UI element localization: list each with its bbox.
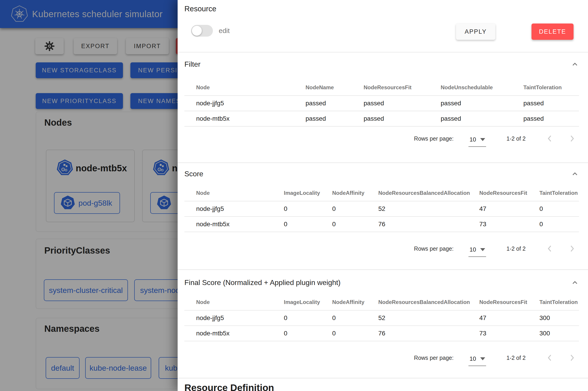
- table-header-row: Node NodeName NodeResourcesFit NodeUnsch…: [184, 80, 579, 96]
- column-header: TaintToleration: [539, 185, 579, 201]
- cell: passed: [306, 96, 364, 111]
- score-section: Score Node ImageLocality NodeAffinity No…: [178, 163, 588, 270]
- cell: node-jjfg5: [184, 201, 284, 216]
- dropdown-caret-icon: [480, 357, 485, 360]
- cell: 0: [284, 201, 332, 216]
- column-header: ImageLocality: [284, 185, 332, 201]
- rows-per-page-select[interactable]: 10: [468, 246, 486, 257]
- edit-toggle[interactable]: [191, 25, 213, 37]
- chevron-up-icon[interactable]: [571, 170, 579, 178]
- pagination-range: 1-2 of 2: [506, 355, 526, 361]
- chevron-left-icon[interactable]: [545, 244, 555, 253]
- select-underline: [468, 146, 486, 147]
- column-header: NodeResourcesBalancedAllocation: [378, 294, 479, 310]
- column-header: Node: [184, 185, 284, 201]
- chevron-left-icon[interactable]: [545, 353, 555, 363]
- rows-per-page-select[interactable]: 10: [468, 136, 486, 147]
- pagination: Rows per page: 10 1-2 of 2: [184, 350, 577, 366]
- column-header: NodeResourcesFit: [479, 294, 539, 310]
- column-header: NodeResourcesFit: [479, 185, 539, 201]
- cell: 0: [284, 216, 332, 232]
- table-row: node-jjfg5 passed passed passed passed: [184, 96, 579, 111]
- rows-per-page-label: Rows per page:: [414, 135, 454, 142]
- chevron-left-icon[interactable]: [545, 134, 555, 143]
- pagination-range: 1-2 of 2: [506, 135, 526, 142]
- rows-per-page-value: 10: [470, 136, 476, 143]
- cell: 0: [332, 310, 378, 326]
- pagination: Rows per page: 10 1-2 of 2: [184, 241, 577, 257]
- apply-button[interactable]: APPLY: [456, 23, 495, 40]
- dropdown-caret-icon: [480, 138, 485, 141]
- cell: node-jjfg5: [184, 96, 306, 111]
- column-header: TaintToleration: [539, 294, 579, 310]
- final-score-section-title: Final Score (Normalized + Applied plugin…: [184, 279, 340, 287]
- cell: passed: [523, 111, 579, 126]
- column-header: NodeName: [306, 80, 364, 96]
- score-section-title: Score: [184, 170, 203, 178]
- column-header: NodeResourcesBalancedAllocation: [378, 185, 479, 201]
- screen: Kubernetes scheduler simulator EXPORT IM…: [0, 0, 588, 391]
- column-header: NodeUnschedulable: [441, 80, 523, 96]
- cell: node-mtb5x: [184, 216, 284, 232]
- delete-button[interactable]: DELETE: [531, 23, 574, 40]
- cell: passed: [364, 111, 441, 126]
- column-header: NodeAffinity: [332, 294, 378, 310]
- edit-toggle-thumb: [192, 26, 202, 36]
- cell: 0: [332, 326, 378, 341]
- table-row: node-jjfg5 0 0 52 47 300: [184, 310, 579, 326]
- table-header-row: Node ImageLocality NodeAffinity NodeReso…: [184, 185, 579, 201]
- column-header: Node: [184, 294, 284, 310]
- resource-definition-title: Resource Definition: [184, 383, 274, 391]
- cell: 47: [479, 310, 539, 326]
- select-underline: [468, 366, 486, 366]
- drawer-title: Resource: [184, 4, 216, 13]
- cell: passed: [523, 96, 579, 111]
- cell: node-mtb5x: [184, 111, 306, 126]
- cell: 76: [378, 216, 479, 232]
- chevron-right-icon[interactable]: [567, 244, 577, 253]
- edit-toggle-label: edit: [219, 25, 230, 37]
- filter-section: Filter Node NodeName NodeResourcesFit No…: [178, 52, 588, 163]
- final-score-section: Final Score (Normalized + Applied plugin…: [178, 269, 588, 378]
- resource-drawer: Resource edit APPLY DELETE Filter Node N…: [178, 0, 588, 391]
- cell: 73: [479, 216, 539, 232]
- cell: 76: [378, 326, 479, 341]
- rows-per-page-label: Rows per page:: [414, 355, 454, 361]
- rows-per-page-label: Rows per page:: [414, 245, 454, 252]
- chevron-up-icon[interactable]: [571, 61, 579, 69]
- cell: 52: [378, 201, 479, 216]
- chevron-right-icon[interactable]: [567, 134, 577, 143]
- column-header: NodeAffinity: [332, 185, 378, 201]
- cell: 300: [539, 326, 579, 341]
- table-row: node-mtb5x 0 0 76 73 300: [184, 326, 579, 341]
- cell: passed: [441, 111, 523, 126]
- cell: passed: [364, 96, 441, 111]
- cell: node-jjfg5: [184, 310, 284, 326]
- rows-per-page-select[interactable]: 10: [468, 355, 486, 366]
- rows-per-page-value: 10: [470, 355, 476, 362]
- cell: 47: [479, 201, 539, 216]
- table-row: node-mtb5x 0 0 76 73 0: [184, 216, 579, 232]
- cell: 52: [378, 310, 479, 326]
- score-table: Node ImageLocality NodeAffinity NodeReso…: [184, 185, 579, 232]
- pagination-range: 1-2 of 2: [506, 245, 526, 252]
- table-row: node-jjfg5 0 0 52 47 0: [184, 201, 579, 216]
- rows-per-page-value: 10: [470, 246, 476, 253]
- cell: 0: [539, 216, 579, 232]
- dropdown-caret-icon: [480, 248, 485, 251]
- chevron-up-icon[interactable]: [571, 279, 579, 287]
- cell: 300: [539, 310, 579, 326]
- filter-section-title: Filter: [184, 60, 200, 69]
- cell: node-mtb5x: [184, 326, 284, 341]
- column-header: TaintToleration: [523, 80, 579, 96]
- chevron-right-icon[interactable]: [567, 353, 577, 363]
- cell: 0: [284, 326, 332, 341]
- cell: 0: [539, 201, 579, 216]
- cell: passed: [441, 96, 523, 111]
- table-row: node-mtb5x passed passed passed passed: [184, 111, 579, 126]
- pagination: Rows per page: 10 1-2 of 2: [184, 131, 577, 146]
- column-header: Node: [184, 80, 306, 96]
- column-header: NodeResourcesFit: [364, 80, 441, 96]
- filter-table: Node NodeName NodeResourcesFit NodeUnsch…: [184, 80, 579, 127]
- cell: 0: [332, 216, 378, 232]
